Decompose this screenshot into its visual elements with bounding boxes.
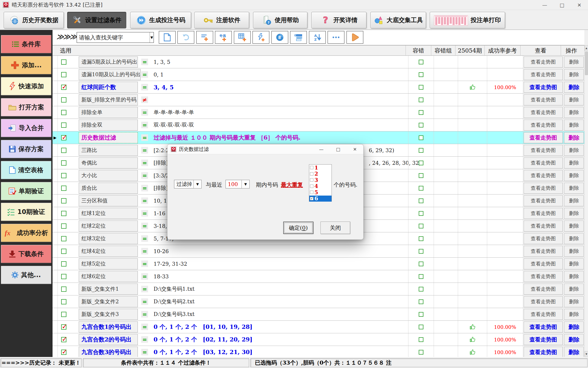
table-row[interactable]: ▶历史数据过滤=过滤掉与最近 １００ 期内号码最大重复 ［6］ 个的号码.查看走… [52,131,584,144]
use-checkbox[interactable] [58,232,78,245]
delete-button[interactable]: 删除 [563,131,584,144]
condition-name-button[interactable]: 大小比 [78,169,138,182]
condition-name-button[interactable]: 新版_交集文件1 [78,283,138,295]
history-data-button[interactable]: 历史开奖数据 [4,12,64,28]
tolerance-checkbox[interactable] [408,333,434,346]
search-input[interactable] [77,34,150,41]
use-checkbox[interactable] [58,207,78,219]
list-item[interactable]: 5 [309,189,332,196]
condition-name-button[interactable]: 九宫合数2的号码出 [78,333,138,346]
use-checkbox[interactable] [58,68,78,81]
run-button[interactable] [346,31,363,44]
table-add-button[interactable] [234,31,251,44]
delete-button[interactable]: 删除 [563,220,584,232]
ok-button[interactable]: 确定(0) [283,222,313,234]
delete-button[interactable]: 删除 [563,232,584,245]
condition-name-button[interactable]: 新版_交集文件3 [78,308,138,320]
tolerance-checkbox[interactable] [408,283,434,295]
tolerance-checkbox[interactable] [408,131,434,144]
tolerance-checkbox[interactable] [408,258,434,270]
view-chart-button[interactable]: 查看走势图 [523,232,563,245]
tolerance-checkbox[interactable] [408,94,434,106]
intersection-tool-button[interactable]: 大底交集工具 [370,12,426,28]
header-select[interactable]: 选用 [58,45,78,56]
table-row[interactable]: 遗漏5期及以上的号码出=1, 3, 5查看走势图删除 [52,56,584,68]
table-row[interactable]: 红球4定位=10-26查看走势图删除 [52,245,584,258]
table-row[interactable]: 排除全单=单-单-单-单-单-单查看走势图删除 [52,106,584,119]
delete-button[interactable]: 删除 [563,119,584,131]
register-button[interactable]: 注册软件 [194,12,249,28]
delete-button[interactable]: 删除 [563,270,584,283]
scroll-down-icon[interactable]: ▼ [585,351,588,357]
table-row[interactable]: 九宫合数3的号码出=0 个, 1 个, 2 个 [03, 12, 21, 30]… [52,346,584,357]
use-checkbox[interactable] [58,195,78,207]
delete-button[interactable]: 删除 [563,169,584,182]
condition-name-button[interactable]: 奇偶比 [78,157,138,169]
table-row[interactable]: 红球6定位=18-33查看走势图删除 [52,270,584,283]
condition-name-button[interactable]: 红球1定位 [78,207,138,219]
sidebar-item-download-conditions[interactable]: 下载条件 [1,245,51,263]
tolerance-checkbox[interactable] [408,195,434,207]
sidebar-item-add[interactable]: 添加... [1,56,51,74]
filter-mode-dropdown[interactable]: 过滤掉 ▼ [174,180,202,188]
use-checkbox[interactable] [58,169,78,182]
use-checkbox[interactable] [58,295,78,308]
header-tolerance[interactable]: 容错 [406,45,431,56]
condition-name-button[interactable]: 排除全单 [78,106,138,119]
tolerance-checkbox[interactable] [408,295,434,308]
chevron-down-icon[interactable]: ▼ [193,180,201,188]
view-chart-button[interactable]: 查看走势图 [523,220,563,232]
table-row[interactable]: 排除全双=双-双-双-双-双-双查看走势图删除 [52,119,584,131]
view-chart-button[interactable]: 查看走势图 [523,169,563,182]
sidebar-item-quick-add[interactable]: 快速添加 [1,77,51,95]
delete-button[interactable]: 删除 [563,195,584,207]
set-filter-button[interactable]: 设置过滤条件 [67,12,126,28]
table-row[interactable]: 新版_交集文件3=D:\交集号码3.txt查看走势图删除 [52,308,584,321]
period-count-dropdown[interactable]: 100 ▼ [225,180,250,188]
sidebar-item-other[interactable]: 其他... [1,266,51,284]
condition-name-button[interactable]: 新版_排除文件里的号码 [78,94,138,106]
help-button[interactable]: ? 使用帮助 [253,12,307,28]
view-chart-button[interactable]: 查看走势图 [523,258,563,270]
tolerance-checkbox[interactable] [408,119,434,131]
tolerance-checkbox[interactable] [408,245,434,257]
header-success-rate[interactable]: 成功率参考 [484,45,520,56]
view-chart-button[interactable]: 查看走势图 [523,119,563,131]
condition-name-button[interactable]: 遗漏10期及以上的号码出 [78,68,138,81]
repeat-count-listbox[interactable]: 12345✓6 [309,164,332,202]
tolerance-checkbox[interactable] [408,56,434,68]
chevron-down-icon[interactable]: ▼ [150,32,154,43]
layout-button[interactable] [290,31,307,44]
use-checkbox[interactable] [58,220,78,232]
condition-name-button[interactable]: 红球4定位 [78,245,138,257]
draw-details-button[interactable]: ? 开奖详情 [311,12,366,28]
condition-name-button[interactable]: 九宫合数3的号码出 [78,346,138,357]
condition-name-button[interactable]: 九宫合数1的号码出 [78,321,138,333]
list-item[interactable]: 4 [309,183,332,190]
tolerance-checkbox[interactable] [408,207,434,219]
scroll-up-icon[interactable]: ▲ [585,45,588,51]
tolerance-checkbox[interactable] [408,321,434,333]
condition-name-button[interactable]: 排除全双 [78,119,138,131]
max-repeat-link[interactable]: 最大重复 [281,181,303,188]
tolerance-checkbox[interactable] [408,106,434,119]
sidebar-item-open-plan[interactable]: 打开方案 [1,98,51,116]
view-chart-button[interactable]: 查看走势图 [523,245,563,257]
minimize-button[interactable]: — [536,0,553,10]
condition-name-button[interactable]: 历史数据过滤 [78,131,138,144]
sidebar-item-ten-verify[interactable]: 10期验证 [1,203,51,221]
use-checkbox[interactable] [58,283,78,295]
search-combobox[interactable]: ▼ [77,32,154,43]
sidebar-item-condition-library[interactable]: 条件库 [1,35,51,53]
delete-button[interactable]: 删除 [563,157,584,169]
view-chart-button[interactable]: 查看走势图 [523,195,563,207]
tolerance-checkbox[interactable] [408,144,434,156]
use-checkbox[interactable] [58,81,78,93]
table-row[interactable]: 遗漏10期及以上的号码出=0, 1查看走势图删除 [52,68,584,81]
table-row[interactable]: 红球5定位=17-29, 31-32查看走势图删除 [52,258,584,270]
chevrons-icon[interactable]: ≫≫≫ [56,33,76,41]
header-tolerance-group[interactable]: 容错组 [431,45,455,56]
view-chart-button[interactable]: 查看走势图 [523,56,563,68]
maximize-button[interactable]: □ [553,0,571,10]
flash-add-button[interactable] [253,31,269,44]
